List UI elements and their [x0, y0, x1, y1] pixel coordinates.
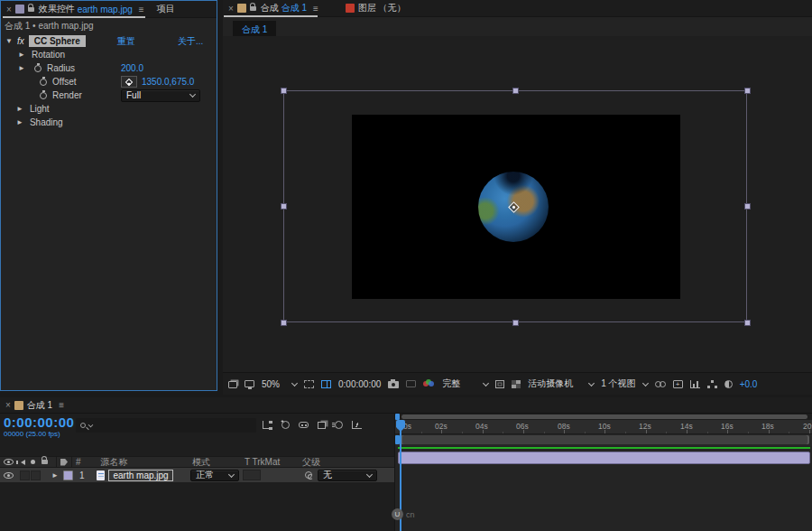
panel-icon [237, 4, 246, 13]
layer-name[interactable]: earth map.jpg [108, 470, 172, 481]
stopwatch-icon[interactable] [34, 65, 42, 72]
selection-handle[interactable] [744, 88, 751, 94]
twirl-down-icon[interactable]: ▼ [5, 37, 13, 45]
layer-row[interactable]: ► 1 earth map.jpg 正常 无 [0, 468, 394, 482]
selection-handle[interactable] [512, 88, 519, 94]
effect-name[interactable]: CC Sphere [29, 35, 86, 47]
property-group-light: ► Light [1, 102, 217, 116]
roi-icon[interactable] [495, 380, 504, 388]
always-preview-icon[interactable] [228, 381, 237, 388]
magnification-dropdown[interactable]: 50% [262, 379, 297, 389]
pan-handle[interactable] [395, 414, 400, 420]
stopwatch-icon[interactable] [40, 79, 47, 86]
effect-point-button[interactable] [121, 76, 137, 88]
grid-guides-icon[interactable] [321, 380, 331, 388]
show-snapshot-icon[interactable] [406, 380, 416, 387]
offset-value[interactable]: 1350.0,675.0 [142, 77, 194, 87]
transparency-grid-icon[interactable] [512, 380, 521, 388]
tab-composition-name[interactable]: 合成 1 [281, 2, 307, 14]
parent-column-label[interactable]: 父级 [302, 456, 320, 469]
tab-composition[interactable]: 合成 [261, 2, 281, 14]
panel-icon [14, 401, 23, 410]
close-icon[interactable]: × [228, 4, 234, 14]
camera-dropdown[interactable]: 活动摄像机 [528, 377, 594, 390]
watermark-text: cn [406, 510, 415, 519]
timeline-flowchart-icon[interactable] [707, 380, 717, 388]
reset-effect-button[interactable]: 重置 [117, 35, 135, 48]
tab-effect-file-name[interactable]: earth map.jpg [78, 5, 133, 14]
chevron-down-icon [228, 470, 235, 477]
fast-previews-icon[interactable] [690, 380, 700, 388]
tab-timeline-comp[interactable]: 合成 1 [27, 399, 52, 412]
resolution-dropdown[interactable]: 完整 [442, 377, 488, 390]
panel-menu-icon[interactable]: ≡ [313, 4, 318, 14]
scrollbar-thumb[interactable] [401, 415, 807, 419]
render-dropdown-value: Full [126, 90, 141, 100]
selection-handle[interactable] [744, 320, 751, 326]
snapshot-camera-icon[interactable] [388, 381, 399, 388]
tab-layer[interactable]: 图层 （无） [358, 2, 406, 14]
selection-handle[interactable] [512, 320, 519, 326]
tab-project[interactable]: 项目 [157, 3, 175, 15]
layer-solo-toggle[interactable] [31, 470, 41, 480]
close-icon[interactable]: × [6, 5, 12, 14]
mini-flowchart-icon[interactable] [263, 421, 272, 429]
selection-handle[interactable] [281, 320, 287, 326]
shy-icon[interactable] [299, 422, 309, 428]
mode-column-label[interactable]: 模式 [192, 456, 210, 469]
frame-blend-icon[interactable] [318, 422, 326, 429]
layer-twirl-icon[interactable]: ► [51, 471, 59, 480]
parent-dropdown[interactable]: 无 [318, 470, 377, 481]
source-column-label[interactable]: 源名称 [101, 456, 128, 469]
lock-icon[interactable] [250, 6, 256, 11]
tab-effect-controls[interactable]: 效果控件 [39, 3, 78, 15]
twirl-right-icon[interactable]: ► [18, 64, 25, 72]
trkmat-box[interactable] [243, 470, 261, 480]
trkmat-column-label[interactable]: T TrkMat [245, 457, 280, 467]
exposure-value[interactable]: +0.0 [740, 379, 758, 389]
composition-viewer[interactable] [223, 36, 812, 372]
draft-3d-icon[interactable] [281, 421, 290, 429]
layer-visibility-toggle[interactable] [4, 472, 14, 479]
preview-timecode[interactable]: 0:00:00:00 [338, 379, 381, 389]
timeline-search-input[interactable] [76, 418, 256, 433]
layer-label-swatch[interactable] [63, 470, 73, 480]
current-timecode[interactable]: 0:00:00:00 [4, 415, 74, 430]
view-layout-dropdown[interactable]: 1 个视图 [601, 377, 647, 390]
twirl-right-icon[interactable]: ► [18, 51, 25, 59]
lock-icon[interactable] [28, 7, 34, 12]
timeline-scrollbar[interactable] [395, 414, 812, 420]
close-icon[interactable]: × [5, 400, 11, 410]
share-view-icon[interactable] [655, 381, 666, 387]
stopwatch-icon[interactable] [40, 92, 47, 99]
graph-editor-icon[interactable] [352, 421, 362, 429]
render-dropdown[interactable]: Full [121, 89, 200, 102]
after-effects-window: × 效果控件 earth map.jpg ≡ 项目 合成 1 • earth m… [0, 0, 812, 531]
region-of-interest-icon[interactable] [304, 380, 314, 388]
layer-duration-bar[interactable] [398, 452, 810, 464]
primary-viewer-icon[interactable] [245, 380, 254, 387]
panel-menu-icon[interactable]: ≡ [59, 400, 64, 410]
selection-handle[interactable] [281, 88, 287, 94]
selection-handle[interactable] [281, 203, 287, 210]
time-ruler[interactable]: :00s 02s 04s 06s 08s 10s 12s 14s 16s 18s… [395, 420, 812, 434]
parent-pickwhip-icon[interactable] [305, 471, 312, 479]
show-channels-icon[interactable] [423, 379, 435, 388]
panel-menu-icon[interactable]: ≡ [139, 5, 144, 14]
composition-toolbar: 50% 0:00:00:00 完整 活动摄像机 1 个视图 + [223, 372, 812, 395]
about-effect-button[interactable]: 关于... [178, 35, 203, 48]
property-label: Rotation [32, 50, 65, 60]
motion-blur-icon[interactable] [335, 421, 343, 429]
twirl-right-icon[interactable]: ► [16, 105, 23, 113]
layer-audio-toggle[interactable] [20, 470, 30, 480]
exposure-reset-icon[interactable] [724, 380, 733, 388]
ruler-label: 10s [598, 422, 611, 431]
selection-handle[interactable] [744, 203, 751, 210]
pixel-aspect-correction-icon[interactable]: + [673, 380, 683, 388]
blend-mode-dropdown[interactable]: 正常 [190, 470, 239, 481]
twirl-right-icon[interactable]: ► [16, 118, 23, 126]
property-row-render: Render Full [1, 88, 217, 102]
radius-value[interactable]: 200.0 [121, 63, 143, 73]
work-area-bar[interactable] [401, 435, 809, 444]
footage-file-icon [97, 470, 105, 480]
